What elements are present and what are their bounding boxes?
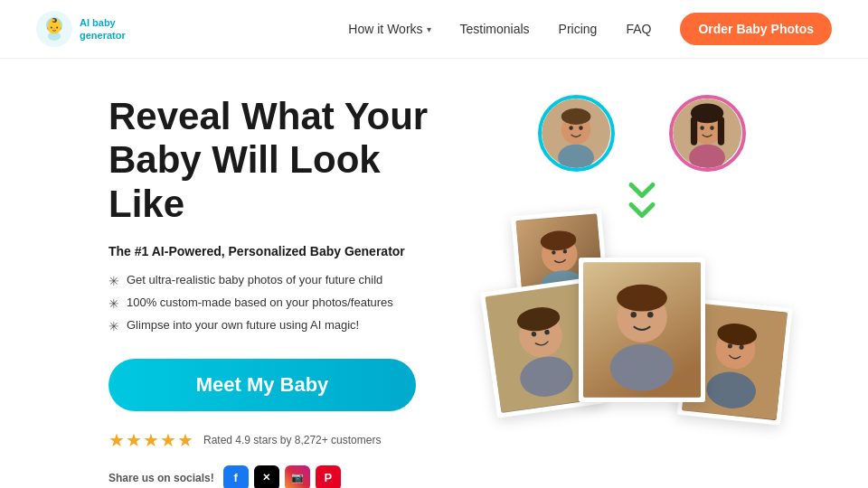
main-content: Reveal What Your Baby Will Look Like The… bbox=[0, 59, 868, 488]
star-icons: ★★★★★ bbox=[108, 429, 194, 451]
logo-icon: 👶 bbox=[36, 11, 72, 47]
logo[interactable]: 👶 AI baby generator bbox=[36, 11, 126, 47]
feature-item-2: ✳ 100% custom-made based on your photos/… bbox=[108, 296, 452, 311]
navbar: 👶 AI baby generator How it Works ▾ Testi… bbox=[0, 0, 868, 59]
baby-collage bbox=[488, 212, 796, 465]
nav-links: How it Works ▾ Testimonials Pricing FAQ … bbox=[348, 13, 832, 45]
svg-point-8 bbox=[569, 126, 573, 130]
svg-point-17 bbox=[710, 126, 714, 130]
left-column: Reveal What Your Baby Will Look Like The… bbox=[108, 95, 452, 488]
parent-photos bbox=[506, 95, 778, 172]
nav-pricing[interactable]: Pricing bbox=[559, 22, 598, 36]
svg-point-35 bbox=[610, 344, 675, 391]
pinterest-icon[interactable]: P bbox=[316, 465, 341, 488]
rating-row: ★★★★★ Rated 4.9 stars by 8,272+ customer… bbox=[108, 429, 452, 451]
svg-point-33 bbox=[630, 312, 637, 318]
nav-how-it-works[interactable]: How it Works ▾ bbox=[348, 22, 430, 36]
svg-point-32 bbox=[617, 285, 667, 312]
mother-avatar bbox=[669, 95, 746, 172]
features-list: ✳ Get ultra-realistic baby photos of you… bbox=[108, 273, 452, 333]
feature-icon-2: ✳ bbox=[108, 296, 119, 311]
hero-subtitle: The #1 AI-Powered, Personalized Baby Gen… bbox=[108, 244, 452, 258]
baby-photo-center bbox=[579, 258, 705, 402]
chevron-down-icon: ▾ bbox=[427, 24, 431, 34]
mother-face-svg bbox=[673, 95, 742, 172]
socials-row: Share us on socials! f ✕ 📷 P bbox=[108, 465, 452, 488]
logo-text: AI baby generator bbox=[80, 16, 126, 42]
meet-my-baby-button[interactable]: Meet My Baby bbox=[108, 359, 416, 411]
svg-text:👶: 👶 bbox=[45, 17, 63, 34]
nav-order-button[interactable]: Order Baby Photos bbox=[680, 13, 832, 45]
x-twitter-icon[interactable]: ✕ bbox=[254, 465, 279, 488]
svg-rect-14 bbox=[718, 117, 724, 145]
feature-icon-1: ✳ bbox=[108, 274, 119, 288]
svg-point-6 bbox=[561, 108, 591, 125]
svg-point-7 bbox=[558, 145, 594, 171]
feature-item-3: ✳ Glimpse into your own future using AI … bbox=[108, 318, 452, 333]
svg-point-34 bbox=[647, 312, 654, 318]
nav-testimonials[interactable]: Testimonials bbox=[460, 22, 530, 36]
hero-title: Reveal What Your Baby Will Look Like bbox=[108, 95, 452, 226]
svg-point-16 bbox=[700, 126, 704, 130]
baby-face-svg-center bbox=[583, 262, 701, 398]
svg-rect-13 bbox=[691, 117, 697, 145]
svg-point-9 bbox=[579, 126, 583, 130]
facebook-icon[interactable]: f bbox=[223, 465, 249, 488]
nav-faq[interactable]: FAQ bbox=[626, 22, 651, 36]
feature-icon-3: ✳ bbox=[108, 319, 119, 333]
feature-item-1: ✳ Get ultra-realistic baby photos of you… bbox=[108, 273, 452, 288]
right-column bbox=[470, 95, 814, 474]
instagram-icon[interactable]: 📷 bbox=[285, 465, 310, 488]
svg-point-15 bbox=[689, 145, 725, 171]
father-avatar bbox=[538, 95, 615, 172]
social-icons-group: f ✕ 📷 P bbox=[223, 465, 341, 488]
rating-text: Rated 4.9 stars by 8,272+ customers bbox=[203, 434, 381, 446]
socials-label: Share us on socials! bbox=[108, 472, 214, 484]
father-face-svg bbox=[542, 95, 611, 172]
